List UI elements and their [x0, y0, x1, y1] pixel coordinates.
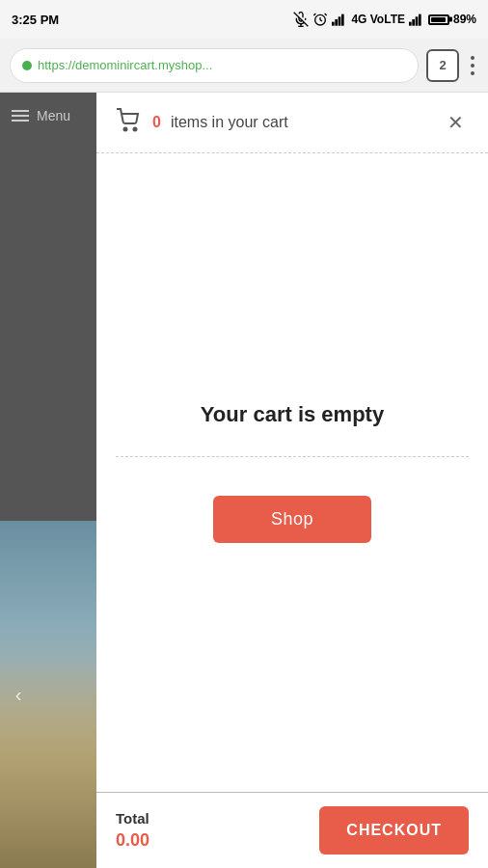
hero-image: ‹ — [0, 521, 96, 868]
shop-button[interactable]: Shop — [213, 496, 371, 543]
signal-icon — [332, 13, 347, 26]
cart-title-row: 0 items in your cart — [116, 108, 288, 137]
alarm-icon — [312, 12, 328, 27]
status-bar: 3:25 PM 4G VoLTE 89% — [0, 0, 488, 39]
battery-icon — [428, 14, 449, 25]
tab-switcher[interactable]: 2 — [426, 49, 459, 82]
svg-point-15 — [134, 128, 137, 131]
cart-footer: Total 0.00 CHECKOUT — [96, 792, 488, 868]
svg-rect-13 — [419, 14, 421, 26]
cart-items-label: items in your cart — [171, 114, 288, 131]
cart-header: 0 items in your cart ✕ — [96, 93, 488, 153]
svg-rect-11 — [412, 19, 415, 26]
cart-icon-wrap — [116, 108, 143, 137]
svg-rect-6 — [332, 22, 335, 26]
menu-label: Menu — [37, 108, 70, 123]
url-text: https://demominircart.myshop... — [38, 58, 212, 72]
prev-slide-button[interactable]: ‹ — [5, 681, 32, 708]
svg-point-14 — [124, 128, 127, 131]
cart-divider — [116, 456, 469, 457]
svg-rect-12 — [416, 16, 419, 25]
total-amount: 0.00 — [116, 830, 149, 851]
checkout-button[interactable]: CHECKOUT — [319, 806, 469, 854]
total-label: Total — [116, 810, 149, 827]
cart-item-count: 0 — [152, 114, 161, 131]
svg-rect-7 — [336, 19, 339, 26]
svg-rect-9 — [341, 14, 344, 26]
total-section: Total 0.00 — [116, 810, 149, 851]
network-label: 4G VoLTE — [351, 13, 405, 26]
empty-cart-message: Your cart is empty — [201, 402, 384, 456]
close-cart-button[interactable]: ✕ — [442, 109, 469, 136]
secure-icon — [22, 61, 32, 70]
empty-cart-text: Your cart is empty — [201, 402, 384, 427]
cart-icon — [116, 108, 143, 133]
signal-icon-2 — [409, 13, 424, 26]
browser-bar: https://demominircart.myshop... 2 — [0, 39, 488, 93]
svg-rect-10 — [409, 22, 412, 26]
battery-level: 89% — [453, 13, 476, 26]
time-display: 3:25 PM — [12, 13, 59, 27]
menu-toggle[interactable]: Menu — [0, 93, 96, 139]
cart-panel: 0 items in your cart ✕ Your cart is empt… — [96, 93, 488, 868]
mute-icon — [293, 12, 309, 27]
url-bar[interactable]: https://demominircart.myshop... — [10, 48, 419, 83]
cart-body: Your cart is empty Shop — [96, 153, 488, 792]
browser-menu-button[interactable] — [467, 52, 478, 79]
svg-rect-8 — [339, 16, 341, 25]
svg-line-5 — [320, 20, 322, 21]
hamburger-icon — [12, 110, 29, 122]
